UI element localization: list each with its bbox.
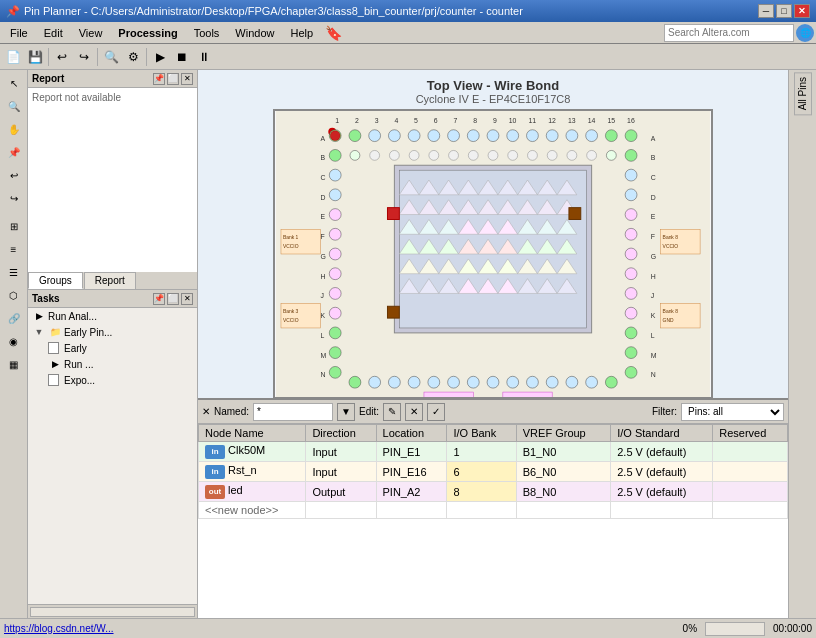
- task-early-pin-folder[interactable]: ▼ 📁 Early Pin...: [28, 324, 197, 340]
- report-close-button[interactable]: ✕: [181, 73, 193, 85]
- tasks-hscroll-track[interactable]: [30, 607, 195, 617]
- svg-point-52: [428, 130, 440, 142]
- toolbar-sep-3: [146, 48, 147, 66]
- col-node-name: Node Name: [199, 425, 306, 442]
- menu-help[interactable]: Help: [282, 25, 321, 41]
- report-pin-button[interactable]: 📌: [153, 73, 165, 85]
- bottom-section: ✕ Named: ▼ Edit: ✎ ✕ ✓ Filter: Pins: all…: [198, 398, 788, 618]
- table-row[interactable]: inClk50M Input PIN_E1 1 B1_N0 2.5 V (def…: [199, 442, 788, 462]
- tool-pin[interactable]: 📌: [3, 141, 25, 163]
- toolbar-btn-4[interactable]: ↪: [73, 46, 95, 68]
- menu-view[interactable]: View: [71, 25, 111, 41]
- svg-point-75: [625, 149, 637, 161]
- tool-undo[interactable]: ↩: [3, 164, 25, 186]
- tab-report[interactable]: Report: [84, 272, 136, 289]
- tool-redo[interactable]: ↪: [3, 187, 25, 209]
- menu-file[interactable]: File: [2, 25, 36, 41]
- tasks-hscroll[interactable]: [28, 604, 197, 618]
- toolbar-btn-9[interactable]: ⏸: [193, 46, 215, 68]
- pin-table[interactable]: Node Name Direction Location I/O Bank VR…: [198, 424, 788, 618]
- task-run-analysis[interactable]: ▶ Run Anal...: [28, 308, 197, 324]
- table-row[interactable]: inRst_n Input PIN_E16 6 B6_N0 2.5 V (def…: [199, 462, 788, 482]
- cell-vref-group: B8_N0: [516, 482, 610, 502]
- task-run-sub[interactable]: ▶ Run ...: [28, 356, 197, 372]
- tab-groups[interactable]: Groups: [28, 272, 83, 289]
- cell-location: PIN_E1: [376, 442, 447, 462]
- svg-point-63: [329, 149, 341, 161]
- node-type-icon: in: [205, 465, 225, 479]
- task-expo-checkbox[interactable]: Expo...: [28, 372, 197, 388]
- edit-label: Edit:: [359, 406, 379, 417]
- folder-expand-icon: ▼: [32, 325, 46, 339]
- svg-text:K: K: [651, 312, 656, 319]
- cell-new-loc: [376, 502, 447, 519]
- svg-point-55: [487, 130, 499, 142]
- report-float-button[interactable]: ⬜: [167, 73, 179, 85]
- close-button[interactable]: ✕: [794, 4, 810, 18]
- named-dropdown-button[interactable]: ▼: [337, 403, 355, 421]
- tasks-tree: ▶ Run Anal... ▼ 📁 Early Pin... E: [28, 308, 197, 604]
- tool-connect[interactable]: ⬡: [3, 284, 25, 306]
- tool-grid[interactable]: ⊞: [3, 215, 25, 237]
- filter-close-button[interactable]: ✕: [202, 406, 210, 417]
- maximize-button[interactable]: □: [776, 4, 792, 18]
- tasks-float-button[interactable]: ⬜: [167, 293, 179, 305]
- menu-bar: File Edit View Processing Tools Window H…: [0, 22, 816, 44]
- toolbar-btn-8[interactable]: ⏹: [171, 46, 193, 68]
- col-reserved: Reserved: [713, 425, 788, 442]
- search-input[interactable]: [664, 24, 794, 42]
- tasks-close-button[interactable]: ✕: [181, 293, 193, 305]
- menu-window[interactable]: Window: [227, 25, 282, 41]
- named-input[interactable]: [253, 403, 333, 421]
- svg-point-105: [409, 150, 419, 160]
- filter-select[interactable]: Pins: all Pins: assigned Pins: unassigne…: [681, 403, 784, 421]
- toolbar-btn-3[interactable]: ↩: [51, 46, 73, 68]
- filter-label: Filter:: [652, 406, 677, 417]
- toolbar-btn-7[interactable]: ▶: [149, 46, 171, 68]
- minimize-button[interactable]: ─: [758, 4, 774, 18]
- svg-text:J: J: [651, 292, 654, 299]
- tool-net[interactable]: 🔗: [3, 307, 25, 329]
- table-row[interactable]: outled Output PIN_A2 8 B8_N0 2.5 V (defa…: [199, 482, 788, 502]
- edit-delete-button[interactable]: ✕: [405, 403, 423, 421]
- chip-view: Top View - Wire Bond Cyclone IV E - EP4C…: [198, 70, 788, 398]
- task-early-checkbox[interactable]: Early: [28, 340, 197, 356]
- tasks-pin-button[interactable]: 📌: [153, 293, 165, 305]
- chip-container[interactable]: 1 2 3 4 5 6 7 8 9 10 11 12 13 14 15 16: [273, 109, 713, 398]
- svg-rect-178: [281, 229, 320, 254]
- toolbar-btn-6[interactable]: ⚙: [122, 46, 144, 68]
- globe-icon[interactable]: 🌐: [796, 24, 814, 42]
- menu-tools[interactable]: Tools: [186, 25, 228, 41]
- tool-group[interactable]: ▦: [3, 353, 25, 375]
- svg-point-113: [567, 150, 577, 160]
- node-type-icon: out: [205, 485, 225, 499]
- table-row-new[interactable]: <<new node>>: [199, 502, 788, 519]
- title-bar: 📌 Pin Planner - C:/Users/Administrator/D…: [0, 0, 816, 22]
- tool-node[interactable]: ◉: [3, 330, 25, 352]
- tool-filter[interactable]: ≡: [3, 238, 25, 260]
- svg-point-94: [487, 376, 499, 388]
- cell-direction: Input: [306, 442, 376, 462]
- tool-select[interactable]: ↖: [3, 72, 25, 94]
- edit-pencil-button[interactable]: ✎: [383, 403, 401, 421]
- edit-confirm-button[interactable]: ✓: [427, 403, 445, 421]
- toolbar-btn-5[interactable]: 🔍: [100, 46, 122, 68]
- svg-point-107: [449, 150, 459, 160]
- svg-text:10: 10: [509, 117, 517, 124]
- tool-pan[interactable]: ✋: [3, 118, 25, 140]
- svg-point-98: [566, 376, 578, 388]
- status-link[interactable]: https://blog.csdn.net/W...: [4, 623, 114, 634]
- toolbar-btn-2[interactable]: 💾: [24, 46, 46, 68]
- toolbar-sep-1: [48, 48, 49, 66]
- node-type-icon: in: [205, 445, 225, 459]
- tool-zoom[interactable]: 🔍: [3, 95, 25, 117]
- toolbar-btn-1[interactable]: 📄: [2, 46, 24, 68]
- all-pins-tab[interactable]: All Pins: [794, 72, 812, 115]
- chip-subtitle: Cyclone IV E - EP4CE10F17C8: [416, 93, 571, 105]
- report-message: Report not available: [32, 92, 121, 103]
- main-container: ↖ 🔍 ✋ 📌 ↩ ↪ ⊞ ≡ ☰ ⬡ 🔗 ◉ ▦ Report 📌 ⬜ ✕: [0, 70, 816, 618]
- menu-edit[interactable]: Edit: [36, 25, 71, 41]
- menu-processing[interactable]: Processing: [110, 25, 185, 41]
- tool-list[interactable]: ☰: [3, 261, 25, 283]
- svg-text:D: D: [651, 194, 656, 201]
